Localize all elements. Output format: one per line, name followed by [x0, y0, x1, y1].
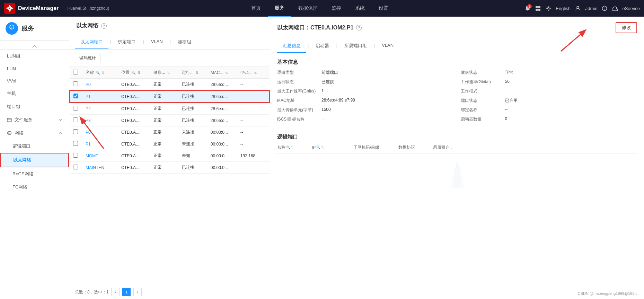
- ipv4-sort-icon[interactable]: ⇅: [254, 71, 257, 75]
- grid-icon[interactable]: [535, 5, 541, 11]
- table-row[interactable]: P1CTE0.A....正常已连接28:6e:d...--: [70, 90, 270, 103]
- sidebar-item-ethernet-network[interactable]: 以太网络: [0, 153, 69, 167]
- error-stats-button[interactable]: 误码统计: [75, 53, 100, 63]
- sidebar-item-lun[interactable]: LUN: [0, 63, 69, 75]
- cell-running: 未连接: [178, 126, 207, 138]
- user-name[interactable]: admin: [585, 6, 597, 11]
- table-row[interactable]: P2CTE0.A....正常已连接28:6e:d...--: [70, 103, 270, 115]
- logic-tenant-expand-icon[interactable]: ⌄: [450, 146, 453, 149]
- cell-running: 已连接: [178, 90, 207, 103]
- language-selector[interactable]: English: [556, 6, 571, 11]
- sidebar-item-lun-group[interactable]: LUN组: [0, 50, 69, 63]
- position-search-icon[interactable]: 🔍: [131, 71, 135, 74]
- name-search-icon[interactable]: 🔍: [96, 71, 100, 74]
- row-checkbox[interactable]: [73, 129, 78, 134]
- table-row[interactable]: P1CTE0.A....正常未连接00:00:0...--: [70, 138, 270, 150]
- eservice-label[interactable]: eService: [622, 6, 640, 11]
- table-row[interactable]: P0CTE0.A....正常已连接28:6e:d...--: [70, 79, 270, 91]
- cell-position: CTE0.A....: [118, 150, 150, 162]
- notification-icon[interactable]: 1: [524, 5, 531, 11]
- detail-tab-initiator[interactable]: 启动器: [310, 39, 335, 53]
- network-icon: [7, 131, 12, 135]
- row-checkbox[interactable]: [73, 117, 78, 122]
- page-prev-btn[interactable]: ‹: [111, 288, 120, 296]
- table-row[interactable]: P0CTE0.A....正常未连接00:00:0...--: [70, 126, 270, 138]
- sidebar-item-file-service[interactable]: 文件服务: [0, 113, 69, 126]
- cell-name[interactable]: P1: [82, 138, 118, 150]
- cell-position: CTE0.A....: [118, 162, 150, 174]
- info-row-mtu: 最大传输单元(字节) 1500: [277, 107, 454, 113]
- svg-rect-10: [7, 118, 11, 122]
- position-sort-icon[interactable]: ⇅: [138, 71, 140, 74]
- panel-help-icon[interactable]: ?: [101, 23, 107, 29]
- name-sort-icon[interactable]: ⇅: [102, 71, 105, 74]
- logic-name-search-icon[interactable]: 🔍: [286, 146, 290, 149]
- row-checkbox[interactable]: [73, 153, 78, 158]
- info-row-bond-name: 绑定名称 --: [461, 107, 637, 113]
- cell-name[interactable]: MGMT: [82, 150, 118, 162]
- tab-ethernet-port[interactable]: 以太网端口: [75, 35, 108, 49]
- cell-mac: 28:6e:d...: [207, 103, 237, 115]
- sidebar-item-fc-network[interactable]: FC网络: [0, 181, 69, 194]
- row-checkbox[interactable]: [73, 141, 78, 146]
- running-sort-icon[interactable]: ⇅: [196, 71, 199, 74]
- sidebar-label: 主机: [7, 90, 16, 97]
- nav-service[interactable]: 服务: [268, 0, 291, 17]
- sidebar-scroll-up[interactable]: [0, 44, 69, 50]
- nav-system[interactable]: 系统: [348, 0, 372, 17]
- table-footer: 总数：8，选中：1 ‹ 1 ›: [69, 285, 270, 299]
- nav-data-protection[interactable]: 数据保护: [291, 0, 325, 17]
- cell-mac: 00:00:0...: [207, 138, 237, 150]
- sidebar-item-port-group[interactable]: 端口组: [0, 100, 69, 113]
- info-value-work-mode: --: [505, 88, 508, 93]
- sidebar-item-roce-network[interactable]: RoCE网络: [0, 167, 69, 181]
- tab-vlan[interactable]: VLAN: [145, 35, 168, 49]
- tab-migrate-group[interactable]: 漂移组: [172, 35, 197, 49]
- logic-ip-search-icon[interactable]: 🔍: [316, 146, 320, 149]
- row-checkbox[interactable]: [73, 165, 78, 169]
- cell-position: CTE0.A....: [118, 115, 150, 126]
- page-next-btn[interactable]: ›: [133, 288, 142, 296]
- logic-ip-sort-icon[interactable]: ⇅: [321, 146, 324, 149]
- cell-name[interactable]: P2: [82, 103, 118, 115]
- page-1-btn[interactable]: 1: [122, 288, 131, 296]
- cell-position: CTE0.A....: [118, 79, 150, 91]
- modify-button[interactable]: 修改: [616, 22, 637, 33]
- tab-bond-port[interactable]: 绑定端口: [112, 35, 141, 49]
- row-checkbox[interactable]: [73, 94, 78, 98]
- cell-name[interactable]: P0: [82, 126, 118, 138]
- table-row[interactable]: P3CTE0.A....正常已连接28:6e:d...--: [70, 115, 270, 126]
- sidebar-item-host[interactable]: 主机: [0, 87, 69, 100]
- cell-name[interactable]: P0: [82, 79, 118, 91]
- row-checkbox[interactable]: [73, 106, 78, 111]
- cell-name[interactable]: P3: [82, 115, 118, 126]
- logic-name-sort-icon[interactable]: ⇅: [291, 146, 294, 149]
- mac-sort-icon[interactable]: ⇅: [225, 71, 228, 75]
- detail-help-icon[interactable]: ?: [356, 25, 362, 30]
- table-row[interactable]: MAINTEN...CTE0.A....正常已连接00:00:0...--: [70, 162, 270, 174]
- cell-name[interactable]: MAINTEN...: [82, 162, 118, 174]
- row-checkbox[interactable]: [73, 81, 78, 86]
- detail-tab-vlan[interactable]: VLAN: [376, 39, 399, 53]
- nav-home[interactable]: 首页: [244, 0, 268, 17]
- sidebar-item-vvol[interactable]: VVol: [0, 75, 69, 87]
- select-all-checkbox[interactable]: [73, 70, 78, 74]
- table-total: 总数：8，选中：1: [75, 289, 108, 295]
- sidebar-label: 逻辑端口: [12, 143, 30, 149]
- user-icon[interactable]: [575, 5, 581, 11]
- cell-name[interactable]: P1: [82, 90, 118, 103]
- nav-settings[interactable]: 设置: [372, 0, 395, 17]
- help-icon[interactable]: ?: [601, 5, 608, 11]
- table-row[interactable]: MGMTCTE0.A....正常未知00:00:0...192.168....: [70, 150, 270, 162]
- detail-tab-summary[interactable]: 汇总信息: [277, 39, 306, 53]
- cloud-icon[interactable]: [612, 5, 618, 11]
- detail-tab-port-group[interactable]: 所属端口组: [339, 39, 372, 53]
- nav-monitor[interactable]: 监控: [325, 0, 348, 17]
- sidebar-item-logic-port[interactable]: 逻辑端口: [0, 140, 69, 153]
- gear-icon[interactable]: [545, 5, 552, 11]
- health-sort-icon[interactable]: ⇅: [167, 71, 170, 74]
- cell-health: 正常: [150, 90, 179, 103]
- svg-point-5: [548, 8, 549, 9]
- sidebar-item-network[interactable]: 网络: [0, 126, 69, 140]
- sidebar-title: 服务: [21, 24, 34, 33]
